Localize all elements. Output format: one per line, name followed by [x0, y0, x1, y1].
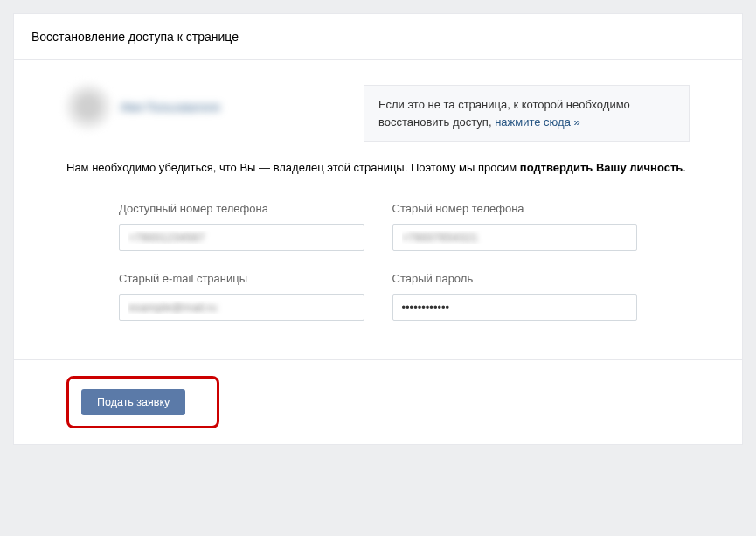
- old-phone-field: Старый номер телефона: [392, 202, 638, 251]
- content-area: Имя Пользователя Если это не та страница…: [14, 60, 742, 359]
- old-password-field: Старый пароль: [392, 272, 638, 321]
- old-email-input[interactable]: [119, 294, 364, 321]
- available-phone-input[interactable]: [119, 224, 364, 251]
- form-grid: Доступный номер телефона Старый номер те…: [66, 202, 690, 321]
- available-phone-field: Доступный номер телефона: [119, 202, 364, 251]
- avatar: [66, 85, 110, 129]
- description-text: Нам необходимо убедиться, что Вы — владе…: [66, 159, 690, 178]
- page-title: Восстановление доступа к странице: [31, 30, 725, 44]
- page-container: Восстановление доступа к странице Имя По…: [13, 13, 743, 445]
- username-label: Имя Пользователя: [121, 101, 220, 114]
- old-password-input[interactable]: [392, 294, 638, 321]
- profile-info: Имя Пользователя: [66, 85, 364, 129]
- avatar-placeholder-icon: [75, 94, 101, 120]
- available-phone-label: Доступный номер телефона: [119, 202, 364, 215]
- old-email-field: Старый e-mail страницы: [119, 272, 364, 321]
- click-here-link[interactable]: нажмите сюда »: [495, 115, 580, 129]
- submit-button[interactable]: Подать заявку: [81, 389, 185, 415]
- page-header: Восстановление доступа к странице: [14, 14, 742, 60]
- submit-highlight: Подать заявку: [66, 376, 219, 428]
- description-bold: подтвердить Вашу личность: [520, 161, 683, 174]
- profile-row: Имя Пользователя Если это не та страница…: [66, 85, 690, 142]
- footer-area: Подать заявку: [14, 359, 742, 444]
- old-phone-label: Старый номер телефона: [392, 202, 638, 215]
- old-phone-input[interactable]: [392, 224, 638, 251]
- old-password-label: Старый пароль: [392, 272, 638, 285]
- old-email-label: Старый e-mail страницы: [119, 272, 364, 285]
- wrong-page-infobox: Если это не та страница, к которой необх…: [364, 85, 690, 142]
